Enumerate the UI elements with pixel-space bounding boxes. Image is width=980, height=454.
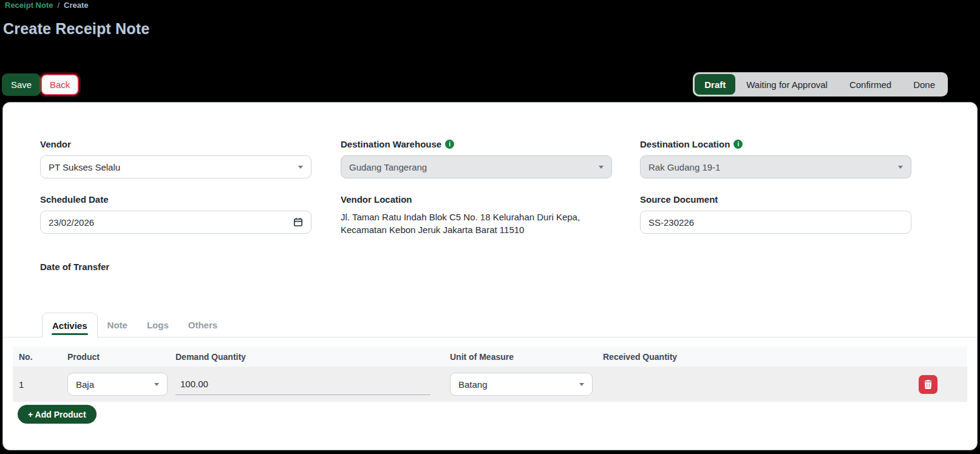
- destination-location-field: Destination Location Rak Gudang 19-1: [640, 139, 911, 178]
- form-card: Vendor PT Sukses Selalu Destination Ware…: [2, 102, 978, 450]
- vendor-location-text: Jl. Taman Ratu Indah Blok C5 No. 18 Kelu…: [341, 211, 619, 236]
- destination-warehouse-select: Gudang Tangerang: [341, 155, 612, 178]
- destination-warehouse-label: Destination Warehouse: [341, 139, 612, 149]
- unit-of-measure-select-value: Batang: [458, 379, 488, 390]
- product-cell: Baja: [63, 373, 171, 396]
- unit-of-measure-select[interactable]: Batang: [450, 373, 593, 396]
- destination-location-select-value: Rak Gudang 19-1: [648, 162, 720, 172]
- date-of-transfer-field: Date of Transfer: [40, 262, 311, 278]
- delete-row-button[interactable]: [919, 375, 937, 394]
- vendor-field: Vendor PT Sukses Selalu: [40, 139, 311, 178]
- calendar-icon[interactable]: [293, 217, 303, 227]
- source-document-field: Source Document: [640, 194, 911, 234]
- header-received-quantity: Received Quantity: [598, 352, 888, 362]
- unit-of-measure-cell: Batang: [445, 373, 598, 396]
- tab-note[interactable]: Note: [98, 313, 137, 337]
- chevron-down-icon: [599, 166, 604, 169]
- destination-warehouse-field: Destination Warehouse Gudang Tangerang: [341, 139, 612, 178]
- source-document-label: Source Document: [640, 194, 911, 205]
- row-number: 1: [13, 379, 63, 390]
- status-stage-confirmed[interactable]: Confirmed: [839, 74, 902, 95]
- header-no: No.: [13, 352, 63, 362]
- chevron-down-icon: [898, 166, 903, 169]
- header-product: Product: [63, 352, 171, 362]
- source-document-label-text: Source Document: [640, 194, 718, 205]
- chevron-down-icon: [154, 383, 159, 386]
- breadcrumb: Receipt Note/Create: [5, 1, 89, 10]
- back-button[interactable]: Back: [41, 74, 79, 95]
- add-product-button[interactable]: + Add Product: [18, 405, 97, 424]
- source-document-input[interactable]: [640, 211, 911, 234]
- create-receipt-note-page: Receipt Note/Create Create Receipt Note …: [0, 0, 980, 454]
- table-header-row: No. Product Demand Quantity Unit of Meas…: [13, 347, 967, 367]
- vendor-location-label: Vendor Location: [341, 194, 619, 205]
- page-title: Create Receipt Note: [3, 20, 149, 38]
- tab-activies[interactable]: Activies: [42, 313, 98, 337]
- scheduled-date-field: Scheduled Date 23/02/2026: [40, 194, 311, 234]
- product-select[interactable]: Baja: [67, 373, 168, 396]
- header-unit-of-measure: Unit of Measure: [445, 352, 598, 362]
- breadcrumb-separator: /: [57, 1, 60, 10]
- product-select-value: Baja: [76, 379, 94, 390]
- row-actions-cell: [888, 375, 967, 394]
- vendor-location-field: Vendor Location Jl. Taman Ratu Indah Blo…: [341, 194, 619, 236]
- info-icon[interactable]: [733, 140, 743, 149]
- scheduled-date-label: Scheduled Date: [40, 194, 311, 205]
- save-button[interactable]: Save: [2, 73, 41, 96]
- products-table: No. Product Demand Quantity Unit of Meas…: [13, 347, 967, 402]
- demand-quantity-cell: [171, 373, 445, 395]
- info-icon[interactable]: [445, 140, 454, 149]
- tab-logs[interactable]: Logs: [137, 313, 179, 337]
- tab-bar: Activies Note Logs Others: [3, 313, 977, 337]
- date-of-transfer-label: Date of Transfer: [40, 262, 311, 272]
- header-demand-quantity: Demand Quantity: [171, 352, 445, 362]
- chevron-down-icon: [579, 383, 584, 386]
- tab-others[interactable]: Others: [179, 313, 227, 337]
- scheduled-date-value: 23/02/2026: [49, 217, 94, 228]
- destination-location-select: Rak Gudang 19-1: [640, 155, 911, 178]
- demand-quantity-input[interactable]: [175, 373, 430, 395]
- destination-location-label: Destination Location: [640, 139, 911, 149]
- vendor-select[interactable]: PT Sukses Selalu: [40, 155, 311, 178]
- date-of-transfer-label-text: Date of Transfer: [40, 262, 109, 272]
- status-stage-done[interactable]: Done: [902, 74, 946, 95]
- destination-location-label-text: Destination Location: [640, 139, 730, 149]
- destination-warehouse-label-text: Destination Warehouse: [341, 139, 441, 149]
- vendor-label: Vendor: [40, 139, 311, 149]
- status-stage-waiting-for-approval[interactable]: Waiting for Approval: [735, 74, 839, 95]
- breadcrumb-link-receipt-note[interactable]: Receipt Note: [5, 1, 53, 10]
- chevron-down-icon: [298, 166, 303, 169]
- destination-warehouse-select-value: Gudang Tangerang: [349, 162, 427, 172]
- scheduled-date-label-text: Scheduled Date: [40, 194, 109, 205]
- breadcrumb-current: Create: [64, 1, 88, 10]
- trash-icon: [924, 380, 932, 389]
- status-stage-draft[interactable]: Draft: [695, 74, 735, 95]
- vendor-label-text: Vendor: [40, 139, 71, 149]
- scheduled-date-input[interactable]: 23/02/2026: [40, 211, 311, 234]
- status-pipeline: Draft Waiting for Approval Confirmed Don…: [693, 72, 948, 97]
- vendor-location-label-text: Vendor Location: [341, 194, 412, 205]
- table-row: 1 Baja Batang: [13, 367, 967, 402]
- vendor-select-value: PT Sukses Selalu: [49, 162, 120, 172]
